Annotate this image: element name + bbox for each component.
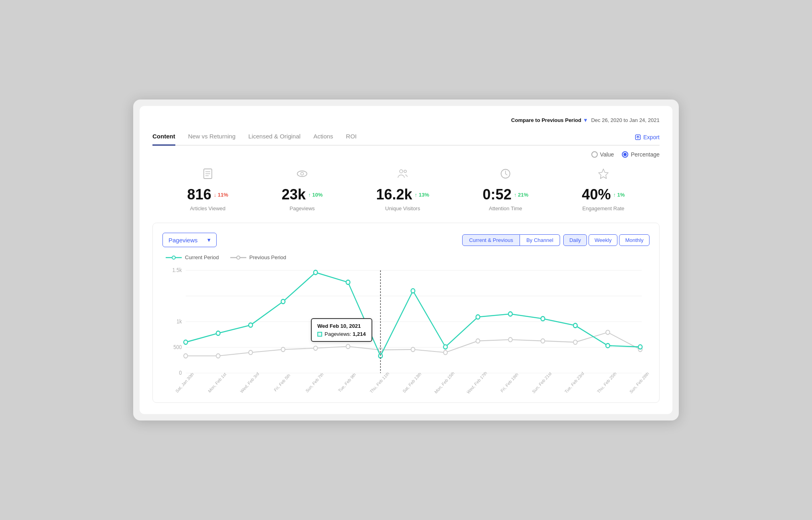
svg-point-25 [216, 354, 220, 358]
clock-icon [499, 167, 512, 183]
top-bar: Compare to Previous Period ▼ Dec 26, 202… [152, 117, 660, 123]
svg-text:500: 500 [173, 344, 182, 350]
metric-engagement: 40% ↑ 1% Engagement Rate [582, 167, 625, 211]
period-btn-by-channel[interactable]: By Channel [520, 234, 560, 246]
tab-content[interactable]: Content [152, 130, 175, 146]
svg-point-32 [443, 350, 447, 355]
metric-articles-value: 816 [187, 186, 211, 203]
metric-visitors-value: 16.2k [376, 186, 412, 203]
chart-svg: 1.5k 1k 500 0 [162, 266, 650, 394]
metric-visitors-value-row: 16.2k ↑ 13% [376, 186, 429, 203]
svg-point-47 [443, 345, 447, 349]
users-icon [396, 167, 409, 183]
svg-point-49 [508, 312, 512, 316]
svg-text:Wed, Feb 17th: Wed, Feb 17th [466, 370, 488, 395]
outer-card: Compare to Previous Period ▼ Dec 26, 202… [133, 100, 679, 420]
metric-pageviews-value-row: 23k ↑ 10% [282, 186, 323, 203]
metric-articles-value-row: 816 ↓ 11% [187, 186, 228, 203]
svg-point-40 [216, 331, 220, 335]
metric-attention-label: Attention Time [489, 205, 522, 211]
export-icon [635, 134, 641, 140]
svg-point-35 [541, 339, 545, 343]
svg-marker-10 [599, 169, 608, 179]
metric-pageviews: 23k ↑ 10% Pageviews [282, 167, 323, 211]
gran-btn-monthly[interactable]: Monthly [619, 234, 650, 246]
gran-btn-daily[interactable]: Daily [563, 234, 587, 246]
legend-current-label: Current Period [185, 254, 219, 260]
metric-attention-value: 0:52 [483, 186, 512, 203]
svg-point-42 [281, 299, 285, 304]
star-icon [597, 167, 610, 183]
metric-attention-change: ↑ 21% [514, 192, 528, 198]
tab-new-vs-returning[interactable]: New vs Returning [188, 130, 235, 146]
metric-pageviews-value: 23k [282, 186, 306, 203]
svg-point-36 [573, 340, 577, 345]
compare-dropdown-arrow[interactable]: ▼ [583, 117, 588, 123]
legend-previous-line [230, 255, 246, 260]
article-icon [201, 167, 214, 183]
svg-point-48 [476, 315, 480, 319]
eye-icon [296, 167, 309, 183]
legend-previous: Previous Period [230, 254, 286, 260]
metric-attention: 0:52 ↑ 21% Attention Time [483, 167, 528, 211]
radio-value[interactable]: Value [591, 151, 614, 158]
metric-attention-value-row: 0:52 ↑ 21% [483, 186, 528, 203]
svg-point-37 [606, 330, 610, 335]
svg-text:Fri, Feb 19th: Fri, Feb 19th [499, 372, 519, 393]
svg-point-5 [297, 171, 307, 177]
svg-point-52 [606, 343, 610, 348]
metric-engagement-change: ↑ 1% [613, 192, 625, 198]
tab-actions[interactable]: Actions [313, 130, 333, 146]
svg-text:0: 0 [179, 370, 182, 376]
svg-point-43 [314, 270, 318, 275]
metric-visitors-change: ↑ 13% [415, 192, 429, 198]
chart-controls: Pageviews ▾ Current & Previous By Channe… [162, 233, 650, 247]
metric-engagement-label: Engagement Rate [582, 205, 624, 211]
metric-select[interactable]: Pageviews ▾ [162, 233, 217, 247]
svg-point-31 [411, 347, 415, 352]
inner-card: Compare to Previous Period ▼ Dec 26, 202… [140, 106, 672, 414]
chart-card: Pageviews ▾ Current & Previous By Channe… [152, 223, 660, 403]
svg-text:Tue, Feb 9th: Tue, Feb 9th [337, 372, 357, 394]
metric-select-chevron: ▾ [207, 236, 211, 244]
svg-point-44 [346, 280, 350, 284]
gran-btn-weekly[interactable]: Weekly [589, 234, 617, 246]
chart-right-controls: Current & Previous By Channel Daily Week… [462, 234, 650, 246]
date-range: Dec 26, 2020 to Jan 24, 2021 [590, 117, 660, 123]
tab-licensed-original[interactable]: Licensed & Original [248, 130, 300, 146]
period-buttons: Current & Previous By Channel [462, 234, 560, 246]
svg-point-24 [184, 354, 188, 358]
legend-previous-label: Previous Period [250, 254, 286, 260]
svg-point-8 [404, 170, 406, 173]
svg-text:Thu, Feb 11th: Thu, Feb 11th [369, 371, 390, 394]
export-button[interactable]: Export [635, 134, 660, 140]
svg-text:Sun, Feb 28th: Sun, Feb 28th [629, 371, 650, 394]
svg-point-27 [281, 347, 285, 352]
svg-text:1.5k: 1.5k [173, 267, 182, 273]
svg-text:Mon, Feb 1st: Mon, Feb 1st [207, 372, 227, 394]
metric-visitors: 16.2k ↑ 13% Unique Visitors [376, 167, 429, 211]
legend-current-line [166, 255, 182, 260]
svg-point-46 [411, 289, 415, 293]
svg-point-28 [314, 346, 318, 350]
period-btn-current-previous[interactable]: Current & Previous [462, 234, 520, 246]
chart-area: 1.5k 1k 500 0 [162, 266, 650, 394]
radio-percentage[interactable]: Percentage [622, 151, 660, 158]
metric-articles-label: Articles Viewed [190, 205, 225, 211]
radio-row: Value Percentage [152, 151, 660, 158]
tabs-row: Content New vs Returning Licensed & Orig… [152, 130, 660, 146]
metric-articles: 816 ↓ 11% Articles Viewed [187, 167, 228, 211]
svg-point-51 [573, 323, 577, 328]
tabs: Content New vs Returning Licensed & Orig… [152, 130, 357, 145]
svg-text:Thu, Feb 25th: Thu, Feb 25th [596, 371, 617, 394]
compare-label: Compare to Previous Period [511, 117, 581, 123]
granularity-buttons: Daily Weekly Monthly [563, 234, 650, 246]
tab-roi[interactable]: ROI [346, 130, 357, 146]
svg-point-34 [508, 337, 512, 342]
legend-row: Current Period Previous Period [162, 254, 650, 260]
svg-point-39 [184, 340, 188, 345]
svg-text:Sat, Jan 30th: Sat, Jan 30th [175, 372, 195, 394]
svg-point-6 [301, 173, 304, 175]
svg-point-41 [249, 323, 253, 327]
svg-text:Tue, Feb 23rd: Tue, Feb 23rd [564, 371, 585, 394]
